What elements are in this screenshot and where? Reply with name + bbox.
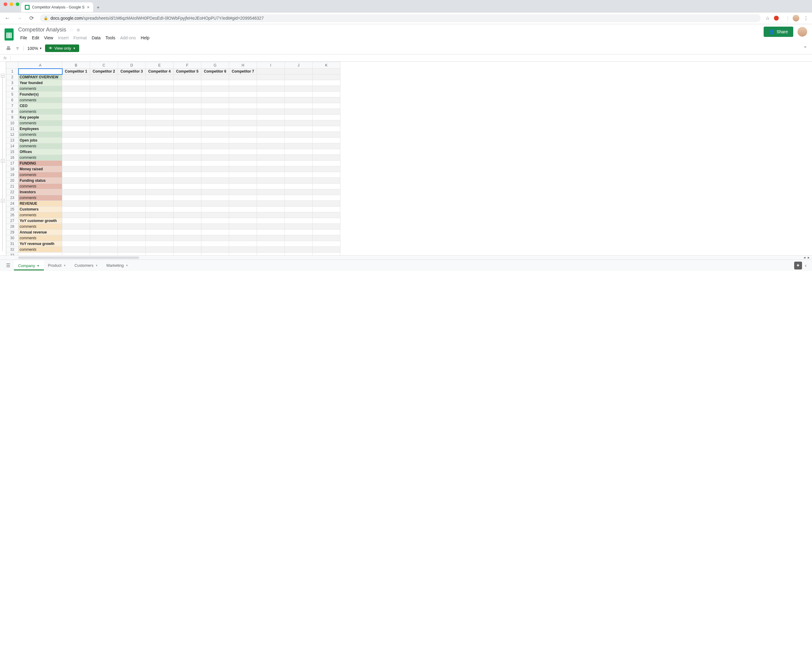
cell[interactable] xyxy=(312,184,340,190)
cell[interactable] xyxy=(229,115,257,120)
cell[interactable] xyxy=(257,218,285,224)
cell[interactable] xyxy=(285,252,312,256)
cell[interactable] xyxy=(229,178,257,184)
cell[interactable] xyxy=(257,224,285,229)
nav-forward-button[interactable]: → xyxy=(16,15,23,21)
cell[interactable] xyxy=(201,161,229,166)
cell[interactable] xyxy=(312,115,340,120)
cell[interactable] xyxy=(90,120,118,126)
cell[interactable] xyxy=(285,201,312,206)
row-header[interactable]: 3 xyxy=(7,80,18,86)
cell[interactable] xyxy=(201,206,229,212)
url-input[interactable]: 🔒 docs.google.com/spreadsheets/d/1M6qzMA… xyxy=(40,14,761,22)
cell[interactable] xyxy=(90,149,118,155)
row-header[interactable]: 9 xyxy=(7,115,18,120)
cell[interactable] xyxy=(285,155,312,161)
cell[interactable] xyxy=(146,218,174,224)
scroll-left-icon[interactable]: ◄ xyxy=(803,256,806,259)
cell[interactable] xyxy=(118,166,146,172)
document-title[interactable]: Competitor Analysis xyxy=(18,26,66,33)
cell[interactable] xyxy=(90,184,118,190)
grid-table[interactable]: ABCDEFGHIJK1Competitor 1Competitor 2Comp… xyxy=(6,62,340,255)
cell[interactable]: comments xyxy=(18,120,62,126)
cell[interactable] xyxy=(174,138,201,143)
cell[interactable] xyxy=(146,178,174,184)
cell[interactable] xyxy=(201,143,229,149)
cell[interactable] xyxy=(118,224,146,229)
cell[interactable] xyxy=(62,235,90,241)
cell[interactable] xyxy=(90,247,118,252)
cell[interactable] xyxy=(62,247,90,252)
row-header[interactable]: 24 xyxy=(7,201,18,206)
row-header[interactable]: 16 xyxy=(7,155,18,161)
column-header[interactable]: F xyxy=(174,62,201,69)
row-header[interactable]: 11 xyxy=(7,126,18,132)
cell[interactable] xyxy=(174,178,201,184)
cell[interactable] xyxy=(90,166,118,172)
horizontal-scrollbar[interactable]: ◄ ► xyxy=(0,255,812,259)
cell[interactable] xyxy=(312,143,340,149)
cell[interactable] xyxy=(285,86,312,92)
cell[interactable]: Open jobs xyxy=(18,138,62,143)
cell[interactable] xyxy=(90,178,118,184)
cell[interactable] xyxy=(312,92,340,97)
cell[interactable] xyxy=(229,74,257,80)
cell[interactable] xyxy=(146,109,174,115)
cell[interactable]: Annual revenue xyxy=(18,229,62,235)
cell[interactable]: comments xyxy=(18,155,62,161)
cell[interactable] xyxy=(62,155,90,161)
sheet-tab[interactable]: Customers▼ xyxy=(70,260,102,270)
cell[interactable] xyxy=(146,115,174,120)
cell[interactable] xyxy=(174,92,201,97)
cell[interactable] xyxy=(229,92,257,97)
cell[interactable] xyxy=(285,241,312,247)
row-header[interactable]: 5 xyxy=(7,92,18,97)
column-header[interactable]: A xyxy=(18,62,62,69)
cell[interactable] xyxy=(201,172,229,178)
cell[interactable] xyxy=(257,143,285,149)
cell[interactable] xyxy=(312,97,340,103)
cell[interactable] xyxy=(174,132,201,138)
cell[interactable]: Funding status xyxy=(18,178,62,184)
cell[interactable]: Employees xyxy=(18,126,62,132)
collapse-toolbar-icon[interactable]: ⌃ xyxy=(803,45,807,51)
cell[interactable]: Competitor 4 xyxy=(146,69,174,74)
sheets-logo-icon[interactable] xyxy=(3,26,15,42)
row-header[interactable]: 18 xyxy=(7,166,18,172)
cell[interactable] xyxy=(118,97,146,103)
cell[interactable] xyxy=(118,206,146,212)
cell[interactable] xyxy=(201,97,229,103)
cell[interactable] xyxy=(285,206,312,212)
cell[interactable] xyxy=(174,74,201,80)
cell[interactable] xyxy=(312,138,340,143)
cell[interactable] xyxy=(90,115,118,120)
cell[interactable] xyxy=(118,195,146,201)
cell[interactable] xyxy=(62,166,90,172)
cell[interactable] xyxy=(62,92,90,97)
column-header[interactable]: B xyxy=(62,62,90,69)
cell[interactable] xyxy=(229,241,257,247)
cell[interactable] xyxy=(90,224,118,229)
cell[interactable] xyxy=(90,92,118,97)
browser-menu-icon[interactable]: ⋮ xyxy=(804,15,809,21)
row-header[interactable]: 26 xyxy=(7,212,18,218)
cell[interactable] xyxy=(62,178,90,184)
nav-reload-button[interactable]: ⟳ xyxy=(28,15,35,21)
cell[interactable]: comments xyxy=(18,195,62,201)
cell[interactable] xyxy=(90,201,118,206)
cell[interactable] xyxy=(312,166,340,172)
cell[interactable] xyxy=(257,247,285,252)
cell[interactable] xyxy=(62,241,90,247)
cell[interactable] xyxy=(285,161,312,166)
cell[interactable] xyxy=(229,161,257,166)
cell[interactable] xyxy=(285,218,312,224)
cell[interactable] xyxy=(312,229,340,235)
cell[interactable] xyxy=(201,149,229,155)
cell[interactable] xyxy=(229,172,257,178)
cell[interactable]: YoY revenue growth xyxy=(18,241,62,247)
cell[interactable] xyxy=(229,97,257,103)
cell[interactable] xyxy=(146,235,174,241)
cell[interactable] xyxy=(90,206,118,212)
cell[interactable] xyxy=(285,190,312,195)
cell[interactable] xyxy=(201,126,229,132)
